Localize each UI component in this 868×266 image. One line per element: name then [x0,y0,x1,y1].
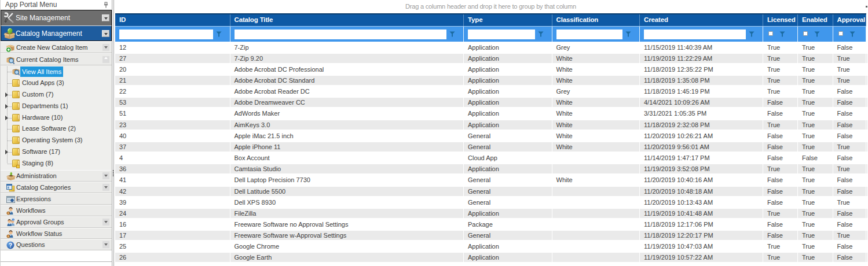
svg-text:?: ? [9,242,12,249]
